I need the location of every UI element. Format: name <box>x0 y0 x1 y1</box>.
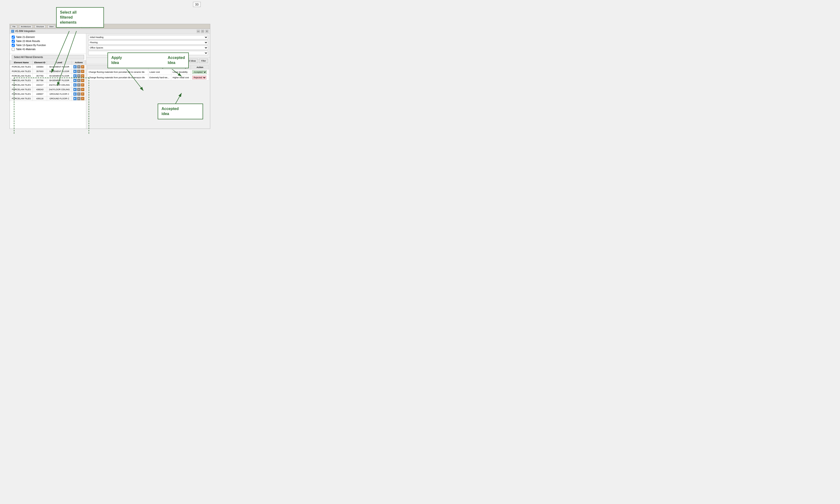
close-button[interactable]: × <box>205 30 209 33</box>
col-level: Level <box>47 60 72 65</box>
action-icon-edit[interactable]: ⚙ <box>81 65 84 69</box>
action-icon-select[interactable]: ▶ <box>73 83 77 87</box>
cell-actions: ▶ ⊞ ⚙ <box>72 96 86 101</box>
title-bar-controls[interactable]: — □ × <box>196 30 209 33</box>
checkbox-table21[interactable] <box>12 36 15 39</box>
action-icon-edit[interactable]: ⚙ <box>81 88 84 91</box>
cell-status[interactable]: Rejected Rejected Pending <box>191 75 209 80</box>
action-icon-select[interactable]: ▶ <box>73 70 77 73</box>
cell-element-id: 438907 <box>33 92 47 96</box>
col-element-id: Element ID <box>33 60 47 65</box>
cell-element-name: PORCELAIN TILES <box>10 96 33 101</box>
action-icon-select[interactable]: ▶ <box>73 74 77 77</box>
cell-actions: ▶ ⊞ ⚙ <box>72 92 86 96</box>
filter-button[interactable]: Filter <box>199 59 208 63</box>
annotation-apply-idea: ApplyIdea AcceptedIdea <box>107 53 189 68</box>
cell-actions: ▶ ⊞ ⚙ <box>72 69 86 74</box>
cell-disadvantages: Higher initial cost <box>171 75 191 80</box>
col-element-name: Element Name <box>10 60 33 65</box>
checkboxes-section: Table 21-Element Table 22-Work Results T… <box>10 34 86 54</box>
cell-status[interactable]: Accepted Rejected Pending <box>191 69 209 75</box>
action-icon-view[interactable]: ⊞ <box>77 65 81 69</box>
action-icon-view[interactable]: ⊞ <box>77 88 81 91</box>
action-icon-select[interactable]: ▶ <box>73 92 77 96</box>
revit-tab-steel[interactable]: Steel <box>48 25 55 28</box>
title-bar-title: VE-BIM Integration <box>15 30 196 33</box>
minimize-button[interactable]: — <box>196 30 200 33</box>
filter-dropdown-3[interactable]: Office Spaces <box>88 46 208 50</box>
filter-row-1: Initial Heading <box>88 35 208 39</box>
action-icon-edit[interactable]: ⚙ <box>81 70 84 73</box>
cell-level: BASEMENT FLOOR <box>47 69 72 74</box>
annotation-select-all: Select allfilteredelements <box>56 7 104 28</box>
table-row: PORCELAIN TILES 439116 GROUND FLOOR C ▶ … <box>10 96 86 101</box>
status-select-0[interactable]: Accepted Rejected Pending <box>192 70 207 74</box>
checkbox-table13[interactable] <box>12 44 15 47</box>
cell-element-name: PORCELAIN TILES <box>10 69 33 74</box>
idea-row: Change flooring materials from porcelain… <box>87 75 209 80</box>
action-icon-edit[interactable]: ⚙ <box>81 97 84 100</box>
cell-element-name: PORCELAIN TILES <box>10 78 33 83</box>
checkbox-table41[interactable] <box>12 48 15 51</box>
table-row: PORCELAIN TILES 438907 GROUND FLOOR C ▶ … <box>10 92 86 96</box>
revit-tab-arch[interactable]: Architecture <box>19 25 33 28</box>
filter-dropdown-2[interactable]: Flooring <box>88 40 208 44</box>
select-all-button[interactable]: Select All Filtered Elements <box>12 55 84 59</box>
checkbox-row-table41: Table 41-Materials <box>12 48 84 51</box>
action-icon-edit[interactable]: ⚙ <box>81 83 84 87</box>
cell-actions: ▶ ⊞ ⚙ <box>72 65 86 69</box>
app-icon: V <box>11 30 14 33</box>
filter-dropdown-1[interactable]: Initial Heading <box>88 35 208 39</box>
cell-level: 2nd FLOOR CEILING <box>47 87 72 92</box>
cell-level: GROUND FLOOR C <box>47 92 72 96</box>
cell-element-id: 438243 <box>33 87 47 92</box>
table-row: PORCELAIN TILES 357786 BASEMENT FLOOR ▶ … <box>10 78 86 83</box>
checkbox-table22[interactable] <box>12 40 15 43</box>
cell-level: BASEMENT FLOOR <box>47 65 72 69</box>
idea-row: Change flooring materials from porcelain… <box>87 69 209 75</box>
cell-level: 2nd FLOOR CEILING <box>47 83 72 87</box>
action-icon-select[interactable]: ▶ <box>73 88 77 91</box>
cell-advantages: Lower cost <box>148 69 171 75</box>
action-icon-view[interactable]: ⊞ <box>77 79 81 82</box>
filter-row-3: Office Spaces <box>88 46 208 50</box>
action-icon-view[interactable]: ⊞ <box>77 97 81 100</box>
action-icon-view[interactable]: ⊞ <box>77 92 81 96</box>
checkbox-table41-label: Table 41-Materials <box>16 48 36 51</box>
cell-element-id: 357786 <box>33 78 47 83</box>
cell-idea-content: Change flooring materials from porcelain… <box>87 69 148 75</box>
cell-level: BASEMENT FLOOR <box>47 78 72 83</box>
cell-element-name: PORCELAIN TILES <box>10 92 33 96</box>
action-icon-view[interactable]: ⊞ <box>77 83 81 87</box>
action-icon-edit[interactable]: ⚙ <box>81 92 84 96</box>
action-icon-view[interactable]: ⊞ <box>77 70 81 73</box>
action-icon-edit[interactable]: ⚙ <box>81 74 84 77</box>
cell-actions: ▶ ⊞ ⚙ <box>72 78 86 83</box>
action-icon-select[interactable]: ▶ <box>73 79 77 82</box>
cell-element-id: 330684 <box>33 65 47 69</box>
table-row: PORCELAIN TILES 432217 2nd FLOOR CEILING… <box>10 83 86 87</box>
revit-tab-file[interactable]: File <box>11 25 17 28</box>
checkbox-row-table13: Table 13-Space By Function <box>12 44 84 47</box>
action-icon-view[interactable]: ⊞ <box>77 74 81 77</box>
elements-table: Element Name Element ID Level Actions PO… <box>10 60 86 129</box>
cell-actions: ▶ ⊞ ⚙ <box>72 83 86 87</box>
action-icon-edit[interactable]: ⚙ <box>81 79 84 82</box>
title-bar: V VE-BIM Integration — □ × <box>10 29 210 34</box>
cell-disadvantages: Lower durability <box>171 69 191 75</box>
status-select-1[interactable]: Rejected Rejected Pending <box>192 76 206 79</box>
col-actions: Actions <box>72 60 86 65</box>
checkbox-table13-label: Table 13-Space By Function <box>16 44 46 47</box>
table-row: PORCELAIN TILES 357750 BASEMENT FLOOR ▶ … <box>10 74 86 78</box>
table-row: PORCELAIN TILES 357003 BASEMENT FLOOR ▶ … <box>10 69 86 74</box>
cell-actions: ▶ ⊞ ⚙ <box>72 74 86 78</box>
revit-toolbar: File Architecture Structure Steel Precas… <box>10 24 210 29</box>
action-icon-select[interactable]: ▶ <box>73 97 77 100</box>
cell-element-name: PORCELAIN TILES <box>10 83 33 87</box>
maximize-button[interactable]: □ <box>201 30 204 33</box>
checkbox-table21-label: Table 21-Element <box>16 36 35 38</box>
revit-tab-struct[interactable]: Structure <box>35 25 46 28</box>
checkbox-row-table21: Table 21-Element <box>12 36 84 39</box>
action-icon-select[interactable]: ▶ <box>73 65 77 69</box>
table-row: PORCELAIN TILES 438243 2nd FLOOR CEILING… <box>10 87 86 92</box>
